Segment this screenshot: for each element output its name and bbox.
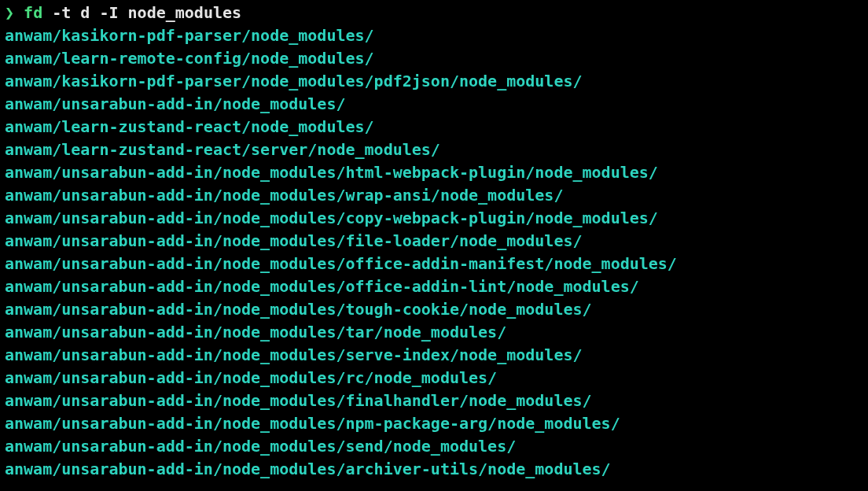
- output-line: anwam/learn-zustand-react/server/node_mo…: [5, 138, 863, 161]
- prompt-line[interactable]: ❯ fd -t d -I node_modules: [5, 2, 863, 24]
- output-line: anwam/unsarabun-add-in/node_modules/: [5, 93, 863, 116]
- command-args: -t d -I node_modules: [42, 3, 241, 22]
- output-line: anwam/unsarabun-add-in/node_modules/rc/n…: [5, 367, 863, 389]
- output-line: anwam/unsarabun-add-in/node_modules/copy…: [5, 207, 863, 230]
- output-line: anwam/unsarabun-add-in/node_modules/wrap…: [5, 184, 863, 207]
- command-name: fd: [24, 3, 42, 22]
- output-line: anwam/unsarabun-add-in/node_modules/offi…: [5, 253, 863, 275]
- output-line: anwam/unsarabun-add-in/node_modules/serv…: [5, 344, 863, 367]
- output-line: anwam/unsarabun-add-in/node_modules/html…: [5, 161, 863, 184]
- output-line: anwam/learn-zustand-react/node_modules/: [5, 116, 863, 138]
- output-line: anwam/unsarabun-add-in/node_modules/tar/…: [5, 321, 863, 344]
- output-line: anwam/unsarabun-add-in/node_modules/fina…: [5, 389, 863, 412]
- prompt-symbol: ❯: [5, 3, 14, 22]
- output-line: anwam/unsarabun-add-in/node_modules/file…: [5, 230, 863, 253]
- output-line: anwam/unsarabun-add-in/node_modules/toug…: [5, 298, 863, 321]
- output-line: anwam/unsarabun-add-in/node_modules/arch…: [5, 458, 863, 481]
- output-line: anwam/learn-remote-config/node_modules/: [5, 47, 863, 70]
- command-output: anwam/kasikorn-pdf-parser/node_modules/a…: [5, 24, 863, 481]
- output-line: anwam/unsarabun-add-in/node_modules/offi…: [5, 275, 863, 298]
- output-line: anwam/unsarabun-add-in/node_modules/send…: [5, 435, 863, 458]
- output-line: anwam/kasikorn-pdf-parser/node_modules/p…: [5, 70, 863, 93]
- output-line: anwam/kasikorn-pdf-parser/node_modules/: [5, 24, 863, 47]
- output-line: anwam/unsarabun-add-in/node_modules/npm-…: [5, 412, 863, 435]
